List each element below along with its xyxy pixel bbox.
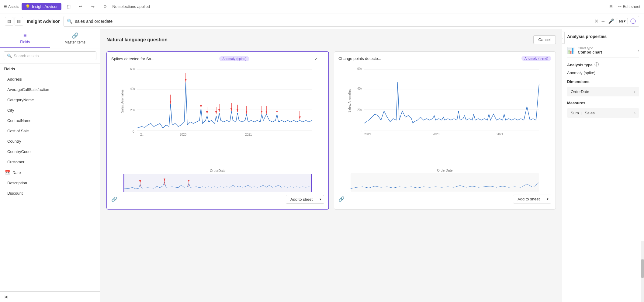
add-to-sheet-arrow-2[interactable]: ▾ <box>544 195 551 203</box>
field-item-costofsale[interactable]: Cost of Sale <box>0 126 100 136</box>
search-input[interactable] <box>75 19 592 24</box>
field-item-date[interactable]: 📅 Date <box>0 167 100 178</box>
master-items-icon: 🔗 <box>72 32 78 39</box>
chart-icons-1: ⤢ ⋯ <box>314 57 324 61</box>
analysis-type-info-icon[interactable]: ⓘ <box>594 62 599 68</box>
assets-tab[interactable]: ☰ Assets <box>4 5 19 9</box>
expand-icon-1[interactable]: ⤢ <box>314 57 318 61</box>
clear-btn[interactable]: ⊙ <box>100 2 110 12</box>
chart-orderdate-label-2: OrderDate <box>338 168 551 172</box>
field-name-description: Description <box>7 181 27 185</box>
chart-card-1[interactable]: Spikes detected for Sa... Anomaly (spike… <box>106 51 329 210</box>
insight-advisor-tab[interactable]: 💡 Insight Advisor <box>22 3 61 10</box>
clear-search-btn[interactable]: ✕ <box>594 18 598 24</box>
analysis-type-section-title: Analysis type ⓘ <box>567 62 639 68</box>
svg-text:40k: 40k <box>130 87 135 91</box>
chart-header-1: Spikes detected for Sa... Anomaly (spike… <box>111 56 324 61</box>
field-item-avgcall[interactable]: AverageCallSatisfaction <box>0 85 100 95</box>
assets-label: Assets <box>8 5 19 9</box>
chart-footer-1: 🔗 Add to sheet ▾ <box>111 195 324 204</box>
info-btn[interactable]: ⓘ <box>630 18 636 25</box>
search-assets-input[interactable]: 🔍 Search assets <box>4 51 96 60</box>
panel-collapse-btn[interactable]: ▲ <box>562 32 565 44</box>
fields-tab[interactable]: ≡ Fields <box>0 29 50 48</box>
left-panel-toggle[interactable]: ▤ <box>5 17 13 26</box>
svg-text:0: 0 <box>360 130 362 133</box>
cancel-btn[interactable]: Cancel <box>533 35 556 44</box>
field-item-country[interactable]: Country <box>0 136 100 147</box>
dimension-item-orderdate[interactable]: OrderDate › <box>567 87 639 96</box>
field-name-customer: Customer <box>7 160 24 164</box>
svg-marker-23 <box>185 79 187 82</box>
fields-section: Fields <box>0 64 100 74</box>
chart-badge-2: Anomaly (trend) <box>521 56 551 61</box>
svg-text:2020: 2020 <box>433 133 440 136</box>
field-item-address[interactable]: Address <box>0 74 100 85</box>
chart-card-2[interactable]: Change points detecte... Anomaly (trend)… <box>334 51 556 210</box>
insight-icon: 💡 <box>25 4 30 9</box>
svg-text:2020: 2020 <box>180 133 187 136</box>
field-item-countrycode[interactable]: CountryCode <box>0 147 100 157</box>
more-icon-1[interactable]: ⋯ <box>320 57 324 61</box>
selection-tool-btn[interactable]: ⬚ <box>64 2 74 12</box>
svg-rect-40 <box>123 174 124 192</box>
top-bar-right: ⊞ ✏ Edit sheet <box>606 2 640 12</box>
svg-rect-39 <box>123 174 312 192</box>
assets-icon: ☰ <box>4 5 7 9</box>
svg-text:0: 0 <box>133 130 134 133</box>
chart-type-chevron: › <box>638 48 639 53</box>
edit-sheet-btn[interactable]: ✏ Edit sheet <box>618 4 640 9</box>
chart-type-value: Combo chart <box>578 50 602 54</box>
search-assets-icon: 🔍 <box>7 54 12 58</box>
collapse-icon: |◀ <box>4 295 7 299</box>
field-name-date: Date <box>12 170 21 175</box>
forward-btn[interactable]: ↪ <box>88 2 98 12</box>
field-item-customer[interactable]: Customer <box>0 157 100 167</box>
add-to-sheet-label-2: Add to sheet <box>513 195 544 203</box>
lang-selector[interactable]: en ▾ <box>617 18 628 24</box>
mic-btn[interactable]: 🎤 <box>608 18 614 24</box>
chart-type-left: 📊 Chart type Combo chart <box>567 46 602 54</box>
field-item-discount[interactable]: Discount <box>0 188 100 199</box>
dimensions-label: Dimensions <box>567 79 590 84</box>
mini-svg-2 <box>338 173 551 192</box>
edit-icon: ✏ <box>618 4 621 9</box>
next-btn[interactable]: → <box>601 19 606 24</box>
chart-svg-1: 60k 40k 20k 0 Sales, Anomalies <box>111 64 324 161</box>
add-to-sheet-arrow-1[interactable]: ▾ <box>317 196 324 203</box>
measures-row[interactable]: Sum | Sales › <box>567 108 639 118</box>
master-items-label: Master items <box>64 40 85 44</box>
chart-type-row[interactable]: 📊 Chart type Combo chart › <box>567 43 639 58</box>
link-icon-1[interactable]: 🔗 <box>111 196 117 202</box>
search-actions: ✕ → 🎤 en ▾ ⓘ <box>594 18 636 25</box>
svg-marker-26 <box>215 111 217 114</box>
measure-agg: Sum <box>571 111 579 115</box>
analysis-props-title: Analysis properties <box>567 34 639 39</box>
svg-marker-33 <box>276 111 278 113</box>
no-selections-label: No selections applied <box>113 4 150 9</box>
back-btn[interactable]: ↩ <box>76 2 86 12</box>
field-name-discount: Discount <box>7 191 23 196</box>
master-items-tab[interactable]: 🔗 Master items <box>50 29 100 48</box>
field-item-city[interactable]: City <box>0 105 100 116</box>
right-panel-toggle[interactable]: ▥ <box>15 17 23 26</box>
add-to-sheet-btn-1[interactable]: Add to sheet ▾ <box>286 195 324 204</box>
sidebar-collapse-btn[interactable]: |◀ <box>0 291 100 302</box>
analysis-type-value: Anomaly (spike) <box>567 71 639 75</box>
measures-section-title: Measures <box>567 101 639 105</box>
chart-area-2: 60k 40k 20k 0 Sales, Anomalies 2019 2 <box>338 64 551 167</box>
add-to-sheet-btn-2[interactable]: Add to sheet ▾ <box>513 195 551 203</box>
grid-icon[interactable]: ⊞ <box>606 2 616 12</box>
dimension-chevron: › <box>634 90 635 94</box>
field-item-contact[interactable]: ContactName <box>0 116 100 126</box>
svg-text:Sales, Anomalies: Sales, Anomalies <box>121 89 124 113</box>
svg-marker-25 <box>206 111 208 114</box>
field-name-city: City <box>7 108 14 113</box>
field-item-category[interactable]: CategoryName <box>0 95 100 105</box>
svg-rect-60 <box>351 173 539 192</box>
field-item-description[interactable]: Description <box>0 178 100 188</box>
nlq-title: Natural language question <box>106 37 168 43</box>
lang-label: en <box>619 19 623 23</box>
combo-chart-icon: 📊 <box>567 47 575 54</box>
link-icon-2[interactable]: 🔗 <box>338 196 345 202</box>
